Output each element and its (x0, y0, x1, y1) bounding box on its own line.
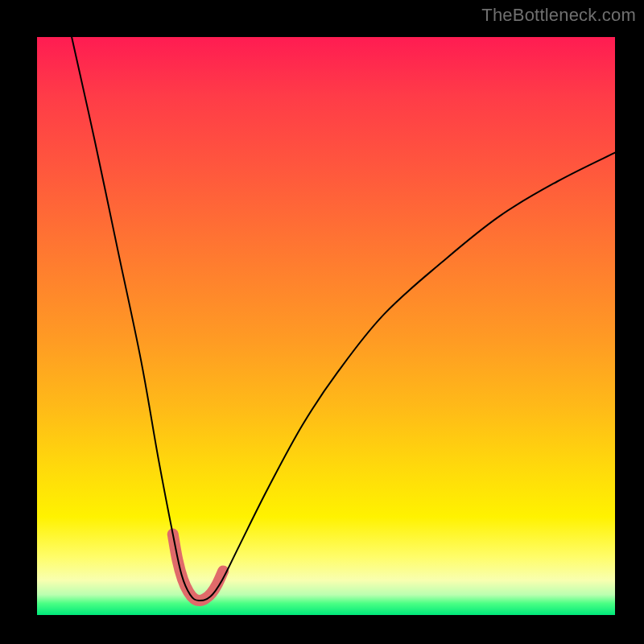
bottleneck-curve (72, 37, 615, 601)
curve-layer (37, 37, 615, 615)
plot-area (37, 37, 615, 615)
watermark-text: TheBottleneck.com (481, 5, 636, 26)
chart-frame: TheBottleneck.com (0, 0, 644, 644)
